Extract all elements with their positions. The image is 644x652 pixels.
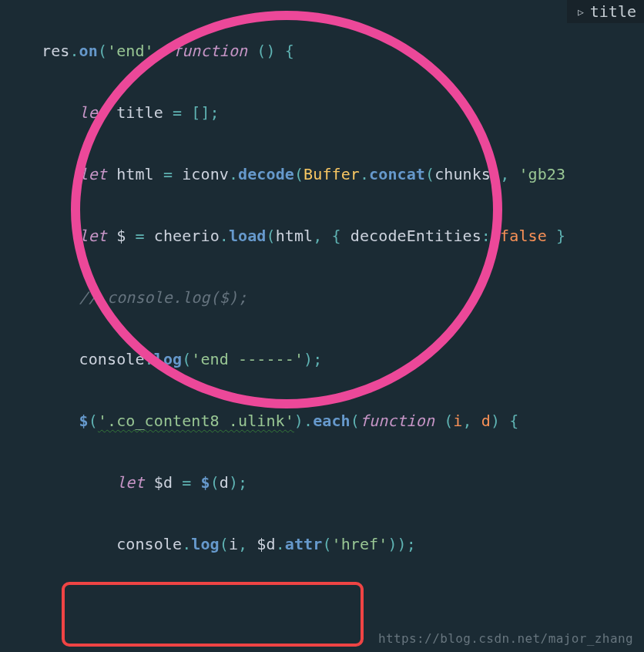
code-line[interactable]: let $d = $(d); <box>42 467 644 498</box>
code-line[interactable]: console.log('end ------'); <box>42 344 644 375</box>
watermark: https://blog.csdn.net/major_zhang <box>378 631 633 646</box>
code-line[interactable]: $('.co_content8 .ulink').each(function (… <box>42 405 644 436</box>
code-editor[interactable]: res.on('end', function () { let title = … <box>0 0 644 652</box>
code-line[interactable] <box>42 590 644 621</box>
code-line[interactable]: let title = []; <box>42 97 644 128</box>
code-line[interactable]: let html = iconv.decode(Buffer.concat(ch… <box>42 159 644 190</box>
code-line[interactable]: console.log(i, $d.attr('href')); <box>42 529 644 560</box>
code-line[interactable]: res.on('end', function () { <box>42 35 644 66</box>
code-line[interactable]: let $ = cheerio.load(html, { decodeEntit… <box>42 220 644 251</box>
code-line[interactable]: // console.log($); <box>42 282 644 313</box>
